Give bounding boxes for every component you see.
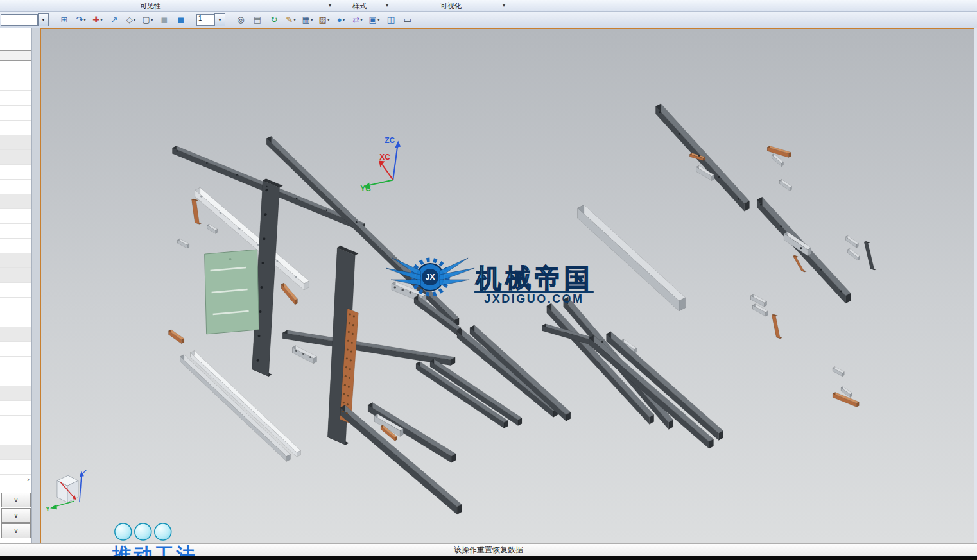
sidebar-row[interactable] — [0, 312, 31, 327]
sidebar-row[interactable] — [0, 268, 31, 283]
sidebar-row[interactable] — [0, 430, 31, 445]
selection-scope-value[interactable] — [1, 14, 38, 26]
viewport-right-gap — [974, 28, 977, 543]
watermark-logo-initials: JX — [426, 273, 435, 282]
toolbar-icons-left: ⊞↷▾✚▾↗◇▾▢▾◼◼ — [56, 13, 189, 27]
toolbar-title-row: 可见性 ▾ 样式 ▾ 可视化 ▾ — [0, 0, 977, 12]
snapshot-icon[interactable]: ▤ — [250, 13, 265, 27]
new-window-icon[interactable]: ◫ — [383, 13, 399, 27]
menu-visualization[interactable]: 可视化 — [440, 1, 462, 11]
menu-visibility[interactable]: 可见性 — [140, 1, 161, 11]
sidebar-row[interactable] — [0, 371, 31, 386]
layer-combo[interactable]: 1 ▼ — [196, 13, 225, 26]
input-device-icon[interactable]: ▭ — [400, 13, 415, 27]
menu-visualization-caret-icon[interactable]: ▾ — [503, 3, 505, 8]
zc-axis-label: ZC — [385, 136, 395, 145]
regenerate-icon[interactable]: ↻ — [266, 13, 282, 27]
chevron-down-icon: ∨ — [13, 512, 18, 519]
chevron-down-icon: ∨ — [13, 496, 18, 504]
bubble-icon — [115, 523, 132, 540]
selection-scope-combo[interactable]: ▼ — [1, 13, 49, 26]
menu-visibility-caret-icon[interactable]: ▾ — [329, 3, 331, 8]
sidebar-row[interactable] — [0, 209, 31, 224]
sidebar-row[interactable] — [0, 106, 31, 121]
attach-parts-icon[interactable]: ⊞ — [56, 13, 72, 27]
sidebar-dropdown-1[interactable]: ∨ — [1, 493, 31, 507]
sidebar-row[interactable] — [0, 357, 31, 371]
toolbar-separator — [227, 13, 232, 26]
layer-value[interactable]: 1 — [196, 14, 214, 26]
xc-axis-label: XC — [379, 153, 390, 162]
cad-application-window: 可见性 ▾ 样式 ▾ 可视化 ▾ ▼ ⊞↷▾✚▾↗◇▾▢▾◼◼ 1 ▼ ◎▤↻✎… — [0, 0, 977, 560]
sidebar-row[interactable] — [0, 194, 31, 209]
assembly-constraints-icon[interactable]: ◇▾ — [123, 13, 139, 27]
sidebar-row[interactable] — [0, 135, 31, 150]
toolbar-separator — [50, 13, 55, 26]
sidebar-row[interactable] — [0, 386, 31, 401]
render-style-icon[interactable]: ▨▾ — [316, 13, 332, 27]
toolbar-separator — [190, 13, 195, 26]
sidebar-row[interactable] — [0, 180, 31, 194]
move-component-icon[interactable]: ↗ — [107, 13, 122, 27]
layer-caret-icon[interactable]: ▼ — [214, 13, 225, 26]
add-component-icon[interactable]: ✚▾ — [90, 13, 105, 27]
zoom-icon[interactable]: ◎ — [233, 13, 248, 27]
status-message: 该操作重置恢复数据 — [454, 545, 523, 554]
sidebar-row[interactable] — [0, 401, 31, 416]
orient-view-icon[interactable]: ⇄▾ — [350, 13, 365, 27]
sidebar-dropdown-3[interactable]: ∨ — [1, 523, 31, 538]
y-axis-label: Y — [46, 505, 50, 512]
reuse-library-icon[interactable]: ↷▾ — [73, 13, 89, 27]
sidebar-row[interactable] — [0, 342, 31, 357]
sidebar-row[interactable] — [0, 253, 31, 268]
bubble-icons — [115, 523, 171, 540]
sidebar-row[interactable] — [0, 283, 31, 298]
sidebar-row[interactable] — [0, 91, 31, 106]
sidebar-row[interactable] — [0, 121, 31, 135]
sidebar-dropdown-2[interactable]: ∨ — [1, 508, 31, 523]
main-toolbar: ▼ ⊞↷▾✚▾↗◇▾▢▾◼◼ 1 ▼ ◎▤↻✎▾▦▾▨▾●▾⇄▾▣▾◫▭ — [0, 12, 977, 28]
shaded-view-icon[interactable]: ●▾ — [333, 13, 349, 27]
watermark-subtitle: JXDIGUO.COM — [484, 293, 584, 305]
sidebar-row[interactable] — [0, 76, 31, 91]
toolbar-icons-right: ◎▤↻✎▾▦▾▨▾●▾⇄▾▣▾◫▭ — [233, 13, 415, 27]
menu-style-caret-icon[interactable]: ▾ — [386, 3, 388, 8]
menu-style[interactable]: 样式 — [352, 1, 367, 11]
selection-filter-icon[interactable]: ▢▾ — [140, 13, 155, 27]
selection-scope-caret-icon[interactable]: ▼ — [38, 13, 49, 26]
sidebar-row[interactable] — [0, 150, 31, 165]
z-axis-label: Z — [83, 468, 87, 475]
edit-object-display-icon[interactable]: ✎▾ — [283, 13, 298, 27]
sidebar-row[interactable] — [0, 298, 31, 312]
sidebar-row[interactable] — [0, 460, 31, 475]
sidebar-row[interactable] — [0, 239, 31, 253]
sidebar-row[interactable] — [0, 165, 31, 180]
sidebar-row[interactable] — [0, 445, 31, 460]
work-part-cube-icon[interactable]: ◼ — [157, 13, 172, 27]
chevron-down-icon: ∨ — [13, 527, 18, 534]
graphics-viewport[interactable]: JX 机械帝国 JXDIGUO.COM — [40, 28, 974, 543]
sidebar-row[interactable] — [0, 224, 31, 239]
green-plate-part — [205, 250, 259, 334]
viewport-canvas: JX 机械帝国 JXDIGUO.COM — [41, 29, 974, 543]
bubble-icon — [155, 523, 171, 540]
sidebar-row[interactable] — [0, 416, 31, 430]
displayed-part-cube-icon[interactable]: ◼ — [173, 13, 189, 27]
navigator-header — [0, 50, 31, 61]
fit-window-icon[interactable]: ▣▾ — [367, 13, 382, 27]
bubble-icon — [135, 523, 151, 540]
grid-icon[interactable]: ▦▾ — [300, 13, 315, 27]
yc-axis-label: YC — [360, 184, 371, 193]
sidebar-row[interactable] — [0, 62, 31, 76]
part-navigator-panel: › ∨ ∨ ∨ — [0, 28, 32, 543]
panel-resizer-strip[interactable] — [32, 28, 40, 543]
watermark-title: 机械帝国 — [475, 264, 594, 292]
bottom-black-bar — [0, 556, 977, 560]
sidebar-more-arrow-icon[interactable]: › — [27, 476, 30, 482]
sidebar-rows — [0, 62, 31, 489]
sidebar-row[interactable] — [0, 327, 31, 342]
